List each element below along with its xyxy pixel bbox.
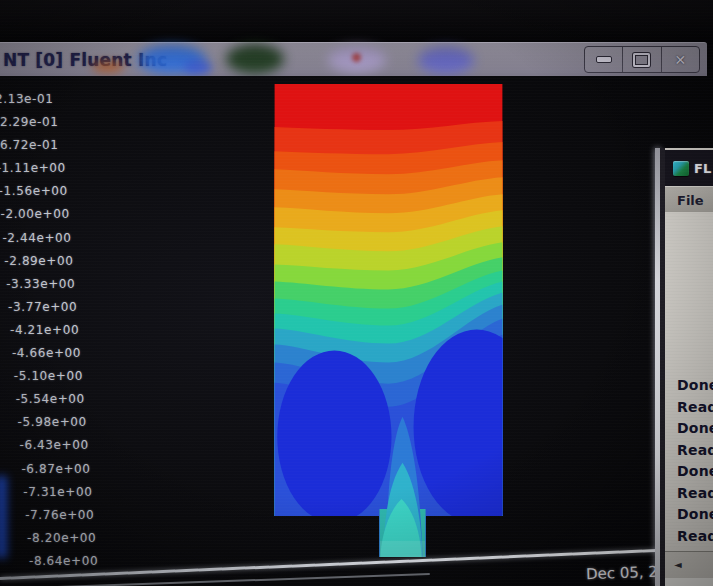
menu-item-file[interactable]: File (677, 193, 704, 208)
legend-value: -5.54e+00 (0, 392, 125, 415)
legend-value: -2.89e+00 (0, 254, 125, 277)
console-output-area: DoneReadDoneReadDoneReadDoneReadDone (665, 212, 713, 547)
screen-reflection (0, 476, 7, 558)
legend-value: -6.87e+00 (0, 462, 125, 485)
legend-value: -2.29e-01 (0, 115, 125, 138)
legend-value: -3.77e+00 (0, 300, 125, 323)
minimize-button[interactable] (585, 47, 622, 72)
fluent-console-window: FL File DoneReadDoneReadDoneReadDoneRead… (655, 148, 713, 586)
monitor-bezel-top (0, 0, 713, 44)
legend-value: -4.66e+00 (0, 346, 125, 369)
legend-value: -6.72e-01 (0, 138, 125, 161)
legend-value: -3.33e+00 (0, 277, 125, 300)
minimize-icon (596, 56, 612, 63)
legend-value: -2.44e+00 (0, 231, 125, 254)
legend-value: -5.10e+00 (0, 369, 125, 392)
horizontal-scrollbar[interactable]: ◄ (665, 551, 713, 579)
legend-value: -5.98e+00 (0, 415, 125, 438)
maximize-icon (633, 53, 650, 67)
contour-svg (274, 84, 503, 557)
monitor-photo: NT [0] Fluent Inc ✕ 2.13e-01-2.29e-01-6.… (0, 0, 713, 586)
menu-bar: File (665, 186, 713, 214)
console-line: Done (665, 506, 713, 528)
fluent-logo-icon (673, 161, 689, 176)
console-window-title: FL (694, 161, 711, 176)
legend-value: -7.76e+00 (0, 508, 125, 531)
console-line: Done (665, 420, 713, 442)
legend-value: -1.11e+00 (0, 161, 125, 184)
window-title: NT [0] Fluent Inc (3, 50, 167, 70)
console-line: Read (665, 399, 713, 421)
console-line: Done (665, 463, 713, 485)
scroll-left-icon[interactable]: ◄ (674, 560, 682, 570)
legend-value: -4.21e+00 (0, 323, 125, 346)
console-lines: DoneReadDoneReadDoneReadDoneReadDone (665, 377, 713, 547)
console-line: Done (665, 377, 713, 399)
legend-value: -2.00e+00 (0, 207, 125, 230)
console-line: Read (665, 528, 713, 548)
legend-value: 2.13e-01 (0, 92, 125, 115)
legend-value: -1.56e+00 (0, 184, 125, 207)
contour-legend: 2.13e-01-2.29e-01-6.72e-01-1.11e+00-1.56… (0, 92, 125, 577)
legend-value: -8.20e+00 (0, 531, 125, 554)
console-line: Read (665, 442, 713, 464)
legend-value: -6.43e+00 (0, 438, 125, 461)
window-controls: ✕ (584, 46, 700, 73)
legend-value: -7.31e+00 (0, 485, 125, 508)
maximize-button[interactable] (622, 47, 660, 72)
contour-plot (274, 84, 503, 557)
console-window-titlebar[interactable]: FL (665, 150, 713, 186)
close-button[interactable]: ✕ (661, 47, 699, 72)
console-line: Read (665, 485, 713, 507)
close-icon: ✕ (674, 53, 686, 67)
panel-footer (665, 578, 713, 586)
date-annotation: Dec 05, 2 (586, 563, 659, 584)
